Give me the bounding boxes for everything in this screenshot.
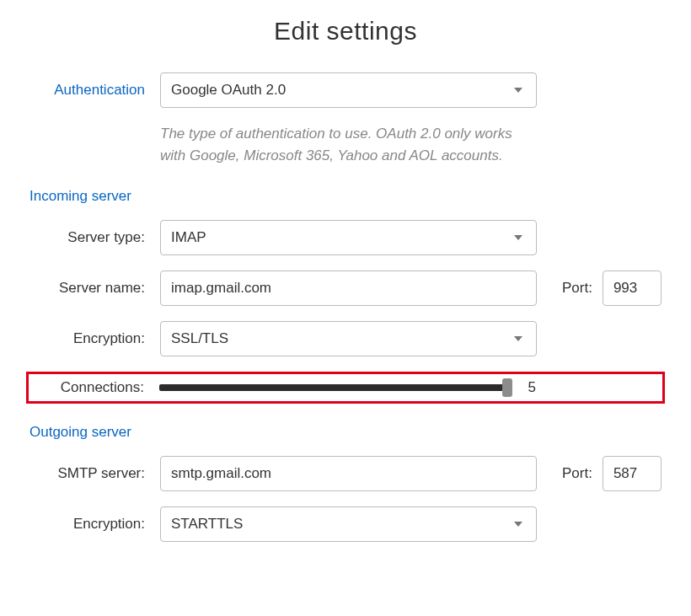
incoming-encryption-value: SSL/TLS (171, 330, 228, 347)
connections-highlight: Connections: 5 (26, 372, 665, 404)
connections-value: 5 (519, 379, 536, 396)
server-name-row: Server name: imap.gmail.com Port: 993 (29, 271, 662, 306)
smtp-server-input[interactable]: smtp.gmail.com (160, 456, 537, 491)
chevron-down-icon (514, 235, 522, 240)
outgoing-port-value: 587 (613, 465, 637, 482)
outgoing-encryption-dropdown[interactable]: STARTTLS (160, 506, 537, 542)
connections-slider[interactable] (159, 384, 507, 391)
smtp-server-row: SMTP server: smtp.gmail.com Port: 587 (29, 456, 662, 491)
smtp-server-value: smtp.gmail.com (171, 465, 271, 482)
connections-row: Connections: 5 (29, 379, 662, 396)
server-type-label: Server type: (29, 229, 160, 246)
outgoing-port-label: Port: (562, 465, 592, 482)
chevron-down-icon (514, 522, 522, 527)
authentication-dropdown[interactable]: Google OAuth 2.0 (160, 72, 537, 108)
chevron-down-icon (514, 88, 522, 93)
connections-slider-thumb[interactable] (502, 378, 512, 397)
incoming-port-value: 993 (613, 280, 637, 297)
incoming-encryption-row: Encryption: SSL/TLS (29, 321, 662, 356)
authentication-label: Authentication (29, 82, 160, 99)
connections-label: Connections: (29, 379, 159, 396)
authentication-row: Authentication Google OAuth 2.0 (29, 72, 662, 108)
outgoing-encryption-label: Encryption: (29, 516, 160, 533)
server-type-row: Server type: IMAP (29, 220, 662, 255)
server-name-value: imap.gmail.com (171, 280, 271, 297)
incoming-encryption-dropdown[interactable]: SSL/TLS (160, 321, 537, 356)
outgoing-port-input[interactable]: 587 (603, 456, 662, 491)
page-title: Edit settings (29, 17, 662, 46)
chevron-down-icon (514, 336, 522, 341)
server-type-value: IMAP (171, 229, 206, 246)
incoming-port-label: Port: (562, 280, 592, 297)
outgoing-encryption-value: STARTTLS (171, 516, 243, 533)
server-name-label: Server name: (29, 280, 160, 297)
incoming-port-input[interactable]: 993 (603, 271, 662, 306)
outgoing-encryption-row: Encryption: STARTTLS (29, 506, 662, 542)
smtp-server-label: SMTP server: (29, 465, 160, 482)
outgoing-server-section-label: Outgoing server (29, 424, 662, 441)
server-type-dropdown[interactable]: IMAP (160, 220, 537, 255)
authentication-description: The type of authentication to use. OAuth… (160, 123, 537, 168)
incoming-encryption-label: Encryption: (29, 330, 160, 347)
server-name-input[interactable]: imap.gmail.com (160, 271, 537, 306)
authentication-value: Google OAuth 2.0 (171, 82, 286, 99)
incoming-server-section-label: Incoming server (29, 188, 662, 205)
